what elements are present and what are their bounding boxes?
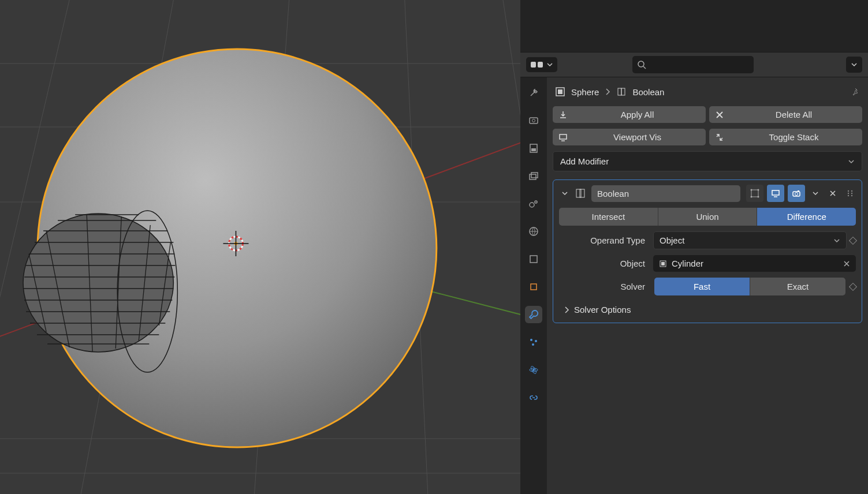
collapse-toggle[interactable] <box>558 186 572 200</box>
tab-modifiers[interactable] <box>525 306 542 323</box>
apply-all-button[interactable]: Apply All <box>553 106 706 123</box>
solver-options-toggle[interactable]: Solver Options <box>558 301 857 318</box>
svg-rect-87 <box>661 262 665 265</box>
boolean-icon <box>575 188 586 199</box>
svg-point-59 <box>532 369 535 371</box>
modifier-icon <box>616 87 627 97</box>
tab-particles[interactable] <box>525 334 542 351</box>
svg-line-10 <box>503 0 520 494</box>
monitor-icon <box>557 133 569 142</box>
svg-point-85 <box>851 195 852 196</box>
object-icon <box>555 87 565 97</box>
tab-physics[interactable] <box>525 361 542 379</box>
svg-point-83 <box>851 193 852 194</box>
solver-options-label: Solver Options <box>574 305 631 315</box>
tab-object[interactable] <box>525 278 542 295</box>
solver-segmented: Fast Exact <box>654 278 845 295</box>
download-icon <box>557 110 569 119</box>
operand-type-row: Operand Type Object <box>558 231 857 249</box>
svg-rect-48 <box>531 148 536 151</box>
add-modifier-label: Add Modifier <box>560 156 609 166</box>
tab-viewlayer[interactable] <box>525 167 542 185</box>
tab-output[interactable] <box>525 140 542 157</box>
svg-rect-50 <box>531 173 538 178</box>
svg-rect-41 <box>531 62 536 68</box>
show-on-cage-toggle[interactable] <box>746 185 763 202</box>
tab-tool[interactable] <box>525 84 542 102</box>
svg-rect-55 <box>531 284 537 290</box>
toggle-stack-button[interactable]: Toggle Stack <box>709 129 862 145</box>
operation-intersect[interactable]: Intersect <box>559 208 658 226</box>
object-field[interactable]: Cylinder <box>653 255 856 272</box>
breadcrumb-modifier[interactable]: Boolean <box>632 87 664 97</box>
chevron-down-icon <box>547 62 553 68</box>
svg-point-71 <box>751 189 752 191</box>
tab-world[interactable] <box>525 223 542 240</box>
clear-icon[interactable] <box>843 260 850 267</box>
keyframe-operand-type[interactable] <box>849 236 857 244</box>
keyframe-solver[interactable] <box>849 282 857 290</box>
svg-point-14 <box>23 214 173 352</box>
svg-point-73 <box>751 196 752 198</box>
operand-type-label: Operand Type <box>559 235 649 245</box>
tab-collection[interactable] <box>525 250 542 268</box>
modifier-header: Boolean <box>558 185 857 202</box>
svg-rect-45 <box>530 118 538 124</box>
operation-union[interactable]: Union <box>658 208 757 226</box>
show-render-toggle[interactable] <box>788 185 805 202</box>
svg-point-84 <box>848 195 849 196</box>
viewport-vis-button[interactable]: Viewport Vis <box>553 129 706 145</box>
panel-icon <box>531 61 543 69</box>
header-blank <box>520 0 868 52</box>
svg-point-80 <box>848 190 849 192</box>
svg-point-78 <box>795 193 798 196</box>
properties-search[interactable] <box>632 56 754 73</box>
operand-type-value: Object <box>660 235 684 245</box>
breadcrumb: Sphere Boolean <box>553 83 862 100</box>
cage-icon <box>750 189 759 198</box>
solver-row: Solver Fast Exact <box>558 278 857 295</box>
chevron-right-icon <box>564 306 569 313</box>
operand-type-dropdown[interactable]: Object <box>653 231 847 249</box>
svg-point-74 <box>758 196 759 198</box>
breadcrumb-object[interactable]: Sphere <box>571 87 599 97</box>
chevron-down-icon <box>812 190 819 197</box>
solver-fast[interactable]: Fast <box>654 278 750 295</box>
tab-render[interactable] <box>525 112 542 129</box>
modifier-name-field[interactable]: Boolean <box>591 185 740 202</box>
modifier-name-text: Boolean <box>597 189 629 199</box>
toggle-stack-label: Toggle Stack <box>730 132 858 142</box>
options-button[interactable] <box>846 57 862 73</box>
viewport-3d[interactable] <box>0 0 520 494</box>
operation-difference[interactable]: Difference <box>757 208 856 226</box>
grip-icon <box>847 189 854 197</box>
search-icon <box>637 60 646 69</box>
monitor-icon <box>771 189 780 198</box>
svg-line-44 <box>643 66 646 69</box>
expand-icon <box>714 133 725 142</box>
button-row-1: Apply All Delete All <box>553 106 862 123</box>
delete-all-button[interactable]: Delete All <box>709 106 862 123</box>
svg-rect-70 <box>751 190 758 197</box>
add-modifier-dropdown[interactable]: Add Modifier <box>553 151 862 171</box>
display-mode-dropdown[interactable] <box>526 57 557 72</box>
svg-rect-64 <box>618 88 621 95</box>
viewport-vis-label: Viewport Vis <box>573 132 701 142</box>
solver-exact[interactable]: Exact <box>750 278 845 295</box>
modifiers-panel: Sphere Boolean Apply All <box>547 77 868 494</box>
modifier-extras-dropdown[interactable] <box>809 186 822 200</box>
tab-constraints[interactable] <box>525 389 542 406</box>
solver-label: Solver <box>559 282 649 291</box>
modifier-drag-handle[interactable] <box>843 186 857 200</box>
tab-scene[interactable] <box>525 195 542 212</box>
show-viewport-toggle[interactable] <box>767 185 784 202</box>
svg-point-57 <box>535 340 537 342</box>
pin-button[interactable] <box>851 87 860 96</box>
modifier-delete-button[interactable] <box>826 186 840 200</box>
svg-rect-66 <box>560 134 567 139</box>
svg-point-51 <box>530 203 534 207</box>
svg-point-52 <box>535 201 537 203</box>
svg-point-46 <box>532 119 535 122</box>
svg-point-43 <box>638 61 644 67</box>
properties-region: Sphere Boolean Apply All <box>520 0 868 494</box>
